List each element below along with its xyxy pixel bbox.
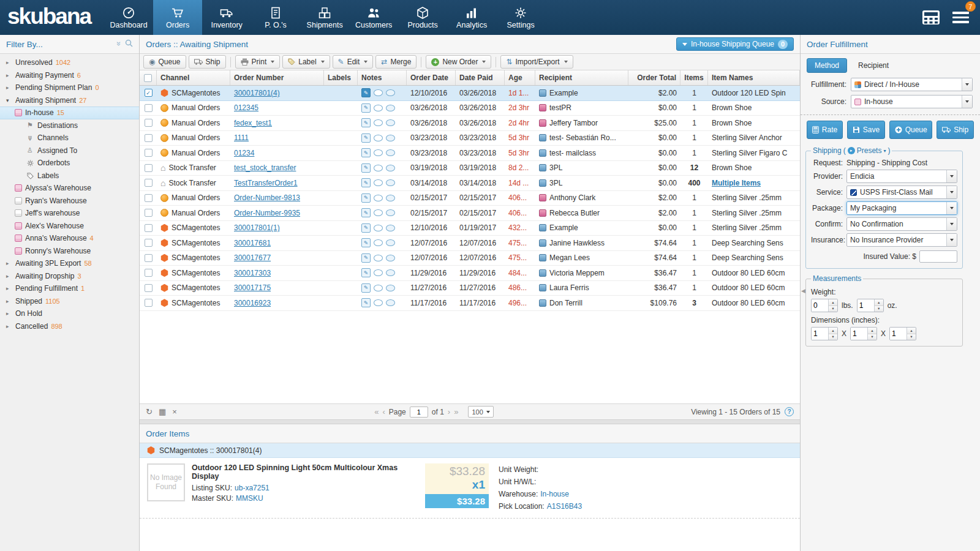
expand-arrow-icon[interactable]: ▸ — [6, 285, 12, 291]
internal-note-icon[interactable] — [374, 179, 383, 186]
decrement-icon[interactable]: ▼ — [829, 306, 837, 312]
nav-item-inventory[interactable]: Inventory — [202, 0, 251, 35]
sidebar-item-unresolved[interactable]: ▸Unresolved1042 — [0, 56, 139, 69]
select-trigger[interactable] — [962, 78, 972, 91]
sidebar-item-in-house[interactable]: In-house15 — [0, 107, 139, 119]
order-row[interactable]: SCMagentotes300017677✎12/07/201612/07/20… — [140, 251, 800, 266]
order-number-link[interactable]: 300017681 — [234, 239, 271, 247]
order-number-link[interactable]: 300016923 — [234, 299, 271, 307]
expand-arrow-icon[interactable]: ▸ — [6, 298, 12, 304]
expand-arrow-icon[interactable]: ▸ — [6, 273, 12, 279]
nav-item-settings[interactable]: Settings — [496, 0, 545, 35]
order-row[interactable]: Manual OrdersOrder-Number-9813✎02/15/201… — [140, 191, 800, 206]
first-page-icon[interactable]: « — [374, 407, 379, 416]
order-row[interactable]: Manual Orders012345✎03/26/201803/26/2018… — [140, 101, 800, 116]
internal-note-icon[interactable] — [374, 225, 383, 231]
source-select[interactable]: In-house — [851, 95, 973, 108]
sidebar-item-pending-fulfillment[interactable]: ▸Pending Fulfillment1 — [0, 282, 139, 295]
column-header-recipient[interactable]: Recipient — [535, 70, 628, 85]
dim-length-input[interactable] — [812, 328, 828, 340]
tab-recipient[interactable]: Recipient — [857, 59, 890, 72]
column-header-notes[interactable]: Notes — [358, 70, 407, 85]
row-checkbox[interactable] — [145, 164, 153, 172]
help-icon[interactable]: ? — [785, 407, 794, 416]
column-header-labels[interactable]: Labels — [324, 70, 358, 85]
row-checkbox[interactable] — [145, 269, 153, 277]
customer-note-icon[interactable] — [386, 299, 395, 306]
increment-icon[interactable]: ▲ — [907, 328, 916, 334]
order-row[interactable]: SCMagentotes300017801(1)✎12/10/201601/19… — [140, 221, 800, 236]
sidebar-item-pending-shipment-plan[interactable]: ▸Pending Shipment Plan0 — [0, 81, 139, 94]
edit-note-icon[interactable]: ✎ — [361, 238, 371, 247]
nav-item-orders[interactable]: Orders — [153, 0, 202, 35]
panel-collapse-icon[interactable]: ◀ — [801, 288, 805, 294]
row-checkbox[interactable] — [145, 254, 153, 262]
dim-height-input[interactable] — [890, 328, 907, 340]
sidebar-item-awaiting-payment[interactable]: ▸Awaiting Payment6 — [0, 69, 139, 82]
row-checkbox[interactable] — [145, 284, 153, 292]
row-checkbox[interactable] — [145, 104, 153, 112]
customer-note-icon[interactable] — [386, 179, 395, 186]
customer-note-icon[interactable] — [386, 195, 395, 201]
increment-icon[interactable]: ▲ — [868, 328, 876, 334]
internal-note-icon[interactable] — [374, 135, 383, 141]
edit-note-icon[interactable]: ✎ — [361, 178, 371, 187]
customer-note-icon[interactable] — [386, 225, 395, 231]
order-number-link[interactable]: 1111 — [234, 133, 249, 142]
dim-width-input[interactable] — [851, 328, 867, 340]
sidebar-item-cancelled[interactable]: ▸Cancelled898 — [0, 320, 139, 333]
internal-note-icon[interactable] — [374, 119, 383, 126]
column-header-channel[interactable]: Channel — [157, 70, 230, 85]
multiple-items-link[interactable]: Multiple Items — [712, 179, 761, 187]
internal-note-icon[interactable] — [374, 239, 383, 246]
nav-item-analytics[interactable]: Analytics — [447, 0, 496, 35]
row-checkbox[interactable] — [145, 134, 153, 142]
refresh-icon[interactable]: ↻ — [146, 408, 153, 416]
service-select[interactable]: USPS First-Class Mail — [846, 186, 957, 199]
next-page-icon[interactable]: › — [448, 407, 450, 416]
expand-arrow-icon[interactable]: ▸ — [6, 59, 12, 66]
row-checkbox[interactable] — [145, 299, 153, 307]
column-header-order-number[interactable]: Order Number — [230, 70, 324, 85]
decrement-icon[interactable]: ▼ — [875, 306, 883, 312]
row-checkbox[interactable] — [145, 224, 153, 232]
sidebar-item-channels[interactable]: ⋔Channels — [0, 132, 139, 144]
sidebar-item-assigned-to[interactable]: ♙Assigned To — [0, 144, 139, 157]
increment-icon[interactable]: ▲ — [875, 299, 883, 306]
queue-button[interactable]: Queue — [889, 121, 933, 139]
order-number-link[interactable]: 300017677 — [234, 253, 271, 262]
weight-lbs-input[interactable] — [812, 299, 828, 312]
select-trigger[interactable] — [946, 202, 957, 214]
order-number-link[interactable]: 300017303 — [234, 269, 271, 277]
sidebar-item-alyssa-s-warehouse[interactable]: Alyssa's Warehouse — [0, 182, 139, 195]
provider-select[interactable]: Endicia — [846, 170, 957, 183]
internal-note-icon[interactable] — [374, 149, 383, 156]
expand-arrow-icon[interactable]: ▸ — [6, 72, 12, 78]
internal-note-icon[interactable] — [374, 209, 383, 216]
row-checkbox[interactable]: ✓ — [145, 89, 153, 97]
warehouse-link[interactable]: In-house — [540, 490, 569, 498]
order-number-link[interactable]: 300017801(4) — [234, 89, 280, 97]
order-row[interactable]: SCMagentotes300017303✎11/29/201611/29/20… — [140, 266, 800, 281]
save-button[interactable]: Save — [847, 121, 885, 139]
internal-note-icon[interactable] — [374, 105, 383, 111]
customer-note-icon[interactable] — [386, 135, 395, 141]
rate-button[interactable]: Rate — [807, 121, 843, 139]
prev-page-icon[interactable]: ‹ — [382, 407, 385, 416]
label-button[interactable]: Label — [282, 55, 330, 69]
order-row[interactable]: SCMagentotes300017681✎12/07/201612/07/20… — [140, 236, 800, 251]
collapse-all-icon[interactable]: « — [113, 42, 123, 45]
edit-note-icon[interactable]: ✎ — [361, 193, 371, 203]
order-number-link[interactable]: Order-Number-9813 — [234, 193, 300, 202]
fulfillment-select[interactable]: Direct / In-House — [851, 78, 973, 91]
column-header-date-paid[interactable]: Date Paid — [456, 70, 505, 85]
weight-oz-input[interactable] — [858, 299, 874, 312]
edit-note-icon[interactable]: ✎ — [361, 208, 371, 217]
internal-note-icon[interactable] — [374, 285, 383, 291]
columns-icon[interactable]: ▦ — [159, 408, 166, 416]
column-header-items[interactable]: Items — [680, 70, 708, 85]
nav-item-products[interactable]: Products — [398, 0, 447, 35]
confirm-select[interactable]: No Confirmation — [846, 217, 957, 231]
order-row[interactable]: ⌂Stock TransferTestTransferOrder1✎03/14/… — [140, 176, 800, 191]
queue-button[interactable]: ◉Queue — [143, 55, 186, 69]
